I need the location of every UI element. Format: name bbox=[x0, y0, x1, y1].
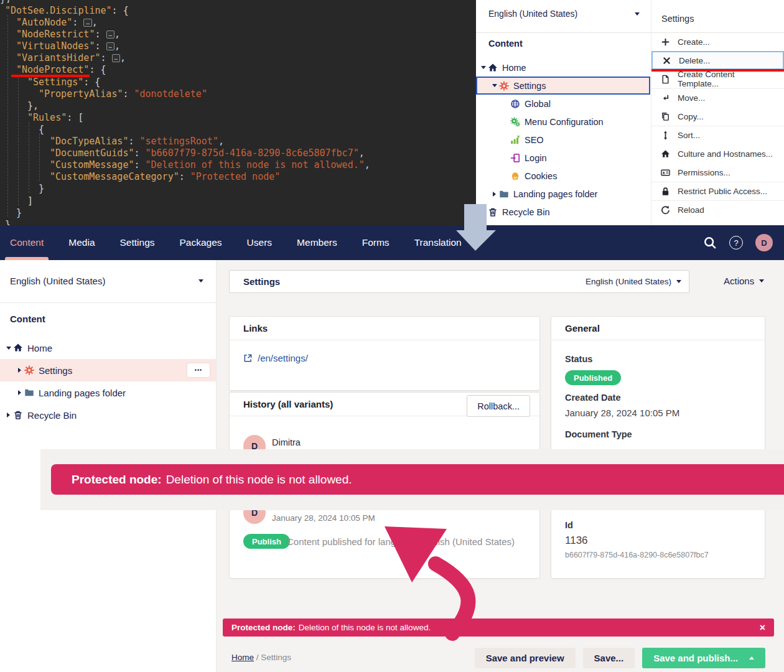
save-button[interactable]: Save... bbox=[583, 648, 635, 668]
tree-item-label: Settings bbox=[39, 365, 72, 376]
sort-icon bbox=[661, 131, 670, 140]
down-arrow-annotation bbox=[448, 202, 504, 253]
status-label: Status bbox=[565, 354, 592, 364]
indent-guide bbox=[7, 15, 8, 217]
menu-item-label: Restrict Public Access... bbox=[678, 187, 767, 196]
document-header: Settings English (United States) bbox=[229, 270, 689, 293]
caret-right-icon bbox=[490, 190, 499, 198]
save-and-preview-button[interactable]: Save and preview bbox=[475, 648, 576, 668]
menu-item-permissions[interactable]: Permissions... bbox=[651, 163, 784, 182]
lock-icon bbox=[661, 187, 670, 196]
menu-item-restrict-public-access[interactable]: Restrict Public Access... bbox=[651, 182, 784, 200]
protected-node-banner: Protected node: Deletion of this node is… bbox=[51, 464, 784, 495]
nav-tab-media[interactable]: Media bbox=[68, 225, 95, 260]
tree-item-home[interactable]: Home bbox=[476, 58, 650, 77]
tree-item-landing-pages-folder[interactable]: Landing pages folder bbox=[476, 185, 650, 203]
help-icon[interactable]: ? bbox=[729, 236, 743, 250]
menu-item-culture-and-hostnames[interactable]: Culture and Hostnames... bbox=[651, 144, 784, 163]
home-icon bbox=[661, 149, 670, 159]
tree-item-cookies[interactable]: Cookies bbox=[476, 167, 650, 185]
guid-value: b6607f79-875d-416a-8290-8c6e5807fbc7 bbox=[565, 551, 709, 559]
menu-item-copy[interactable]: Copy... bbox=[651, 107, 784, 126]
tree-item-label: Home bbox=[27, 343, 52, 353]
code-line: } bbox=[0, 183, 476, 195]
breadcrumb-home-link[interactable]: Home bbox=[231, 653, 254, 662]
tree-item-settings[interactable]: Settings bbox=[476, 77, 650, 95]
node-actions-button[interactable]: ••• bbox=[187, 363, 210, 377]
menu-item-create-content-template[interactable]: Create Content Template... bbox=[651, 70, 784, 88]
card-header: History (all variants) Rollback... bbox=[230, 393, 539, 416]
notification-category: Protected node: bbox=[231, 623, 296, 632]
nav-tab-users[interactable]: Users bbox=[247, 225, 272, 260]
nav-tab-settings[interactable]: Settings bbox=[120, 225, 155, 260]
page-link[interactable]: /en/settings/ bbox=[243, 353, 308, 363]
tree-item-home[interactable]: Home bbox=[0, 337, 216, 359]
tree-item-recycle-bin[interactable]: Recycle Bin bbox=[0, 404, 216, 426]
menu-item-label: Create... bbox=[678, 37, 710, 47]
file-icon bbox=[661, 75, 670, 84]
tree-section-label: Content bbox=[10, 314, 45, 324]
menu-item-label: Copy... bbox=[678, 112, 704, 121]
language-selector[interactable]: English (United States) bbox=[10, 276, 203, 286]
gear-icon bbox=[499, 81, 509, 91]
caret-down-icon bbox=[478, 64, 488, 72]
code-line: } bbox=[0, 219, 476, 225]
document-language-selector[interactable]: English (United States) bbox=[586, 277, 681, 286]
card-header: General bbox=[551, 317, 765, 340]
actions-dropdown[interactable]: Actions bbox=[724, 276, 764, 286]
idcard-icon bbox=[661, 168, 670, 177]
code-line: "DocumentGuids": "b6607f79-875d-416a-829… bbox=[0, 147, 476, 159]
tree-item-landing-pages-folder[interactable]: Landing pages folder bbox=[0, 381, 216, 404]
rollback-button[interactable]: Rollback... bbox=[467, 395, 530, 417]
document-type-label: Document Type bbox=[565, 429, 632, 439]
nav-tab-content[interactable]: Content bbox=[10, 225, 44, 260]
banner-category: Protected node: bbox=[72, 473, 162, 487]
chevron-down-icon bbox=[759, 279, 764, 282]
code-line: "Settings": { bbox=[0, 77, 476, 88]
nav-tab-packages[interactable]: Packages bbox=[180, 225, 222, 260]
login-icon bbox=[510, 153, 520, 163]
created-date-label: Created Date bbox=[565, 393, 620, 403]
top-navbar: ContentMediaSettingsPackagesUsersMembers… bbox=[0, 225, 784, 260]
nav-tab-forms[interactable]: Forms bbox=[362, 225, 390, 260]
tree-section-label: Content bbox=[488, 39, 523, 49]
close-icon[interactable]: × bbox=[760, 623, 765, 633]
notification-message: Deletion of this node is not allowed. bbox=[299, 623, 431, 632]
history-user-name: Dimitra bbox=[272, 437, 301, 447]
id-label: Id bbox=[565, 520, 573, 530]
link-url: /en/settings/ bbox=[258, 353, 308, 363]
caret-right-icon bbox=[4, 411, 13, 419]
menu-item-reload[interactable]: Reload bbox=[651, 200, 784, 219]
nav-tab-members[interactable]: Members bbox=[297, 225, 337, 260]
divider bbox=[476, 32, 651, 33]
menu-item-delete[interactable]: Delete... bbox=[651, 51, 784, 70]
tree-item-label: Menu Configuration bbox=[525, 117, 604, 127]
menu-item-move[interactable]: Move... bbox=[651, 88, 784, 107]
context-menu: Settings Create...Delete...Create Conten… bbox=[651, 0, 784, 225]
trash-icon bbox=[13, 410, 23, 420]
tree-item-settings[interactable]: Settings••• bbox=[0, 359, 216, 381]
tree-item-menu-configuration[interactable]: Menu Configuration bbox=[476, 113, 650, 131]
save-and-publish-button[interactable]: Save and publish... bbox=[642, 648, 765, 668]
indent-guide bbox=[18, 75, 19, 205]
menu-item-label: Permissions... bbox=[678, 168, 730, 177]
tree-item-login[interactable]: Login bbox=[476, 149, 650, 167]
error-notification: Protected node: Deletion of this node is… bbox=[223, 618, 774, 637]
tree-item-global[interactable]: Global bbox=[476, 95, 650, 113]
menu-item-create[interactable]: Create... bbox=[651, 32, 784, 51]
code-line: { bbox=[0, 124, 476, 136]
avatar[interactable]: D bbox=[755, 234, 773, 251]
tree-item-label: Cookies bbox=[525, 171, 557, 181]
search-icon[interactable] bbox=[703, 236, 717, 250]
language-selector[interactable]: English (United States) bbox=[488, 9, 640, 19]
code-line: "CustomMessage": "Deletion of this node … bbox=[0, 159, 476, 171]
breadcrumb-current: Settings bbox=[261, 653, 291, 662]
menu-item-sort[interactable]: Sort... bbox=[651, 126, 784, 144]
tree-item-label: Global bbox=[525, 99, 551, 109]
breadcrumb: Home / Settings bbox=[231, 653, 291, 662]
chevron-down-icon bbox=[635, 12, 640, 16]
tree-item-seo[interactable]: SEO bbox=[476, 131, 650, 149]
code-line: } bbox=[0, 207, 476, 219]
navbar-right: ? D bbox=[703, 225, 773, 260]
language-label: English (United States) bbox=[10, 276, 105, 286]
